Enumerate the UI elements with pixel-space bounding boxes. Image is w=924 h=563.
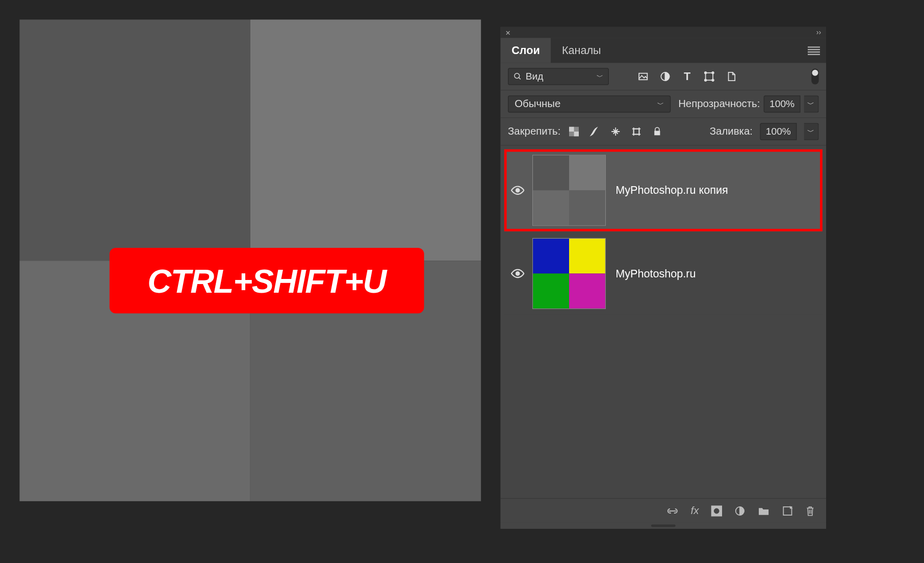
blend-mode-select[interactable]: Обычные ﹀ xyxy=(508,95,671,113)
blend-mode-value: Обычные xyxy=(515,98,560,110)
adjustment-filter-icon[interactable] xyxy=(659,70,671,83)
svg-point-18 xyxy=(516,272,520,275)
opacity-label: Непрозрачность: xyxy=(678,98,760,110)
image-filter-icon[interactable] xyxy=(637,70,649,83)
lock-all-icon[interactable] xyxy=(651,125,663,138)
layer-thumbnail[interactable] xyxy=(532,155,606,226)
thumb-tr xyxy=(569,239,605,273)
filter-type-icons: T xyxy=(637,70,737,83)
adjustment-icon[interactable] xyxy=(734,505,746,517)
svg-point-8 xyxy=(712,79,714,81)
svg-point-6 xyxy=(712,72,714,74)
svg-rect-12 xyxy=(634,129,639,135)
svg-point-5 xyxy=(705,72,707,74)
thumb-br xyxy=(569,273,605,308)
new-layer-icon[interactable] xyxy=(782,505,793,517)
shortcut-badge: CTRL+SHIFT+U xyxy=(110,248,424,313)
layer-name[interactable]: MyPhotoshop.ru копия xyxy=(615,184,728,197)
lock-artboard-icon[interactable] xyxy=(630,125,643,138)
close-icon[interactable]: × xyxy=(505,28,510,37)
tab-channels[interactable]: Каналы xyxy=(551,38,612,63)
filter-toggle-switch[interactable] xyxy=(811,68,818,84)
svg-rect-4 xyxy=(706,73,713,80)
fx-icon[interactable]: fx xyxy=(691,504,699,517)
panel-topbar: × ›› xyxy=(501,27,826,38)
canvas-area: CTRL+SHIFT+U xyxy=(0,0,501,522)
svg-point-0 xyxy=(515,73,520,79)
lock-label: Закрепить: xyxy=(508,125,560,138)
mask-icon[interactable] xyxy=(711,505,722,517)
thumb-tl xyxy=(533,239,569,273)
layer-filter-row: Вид ﹀ T xyxy=(501,63,826,91)
opacity-chevron[interactable]: ﹀ xyxy=(804,95,819,113)
search-icon xyxy=(514,72,522,81)
svg-point-17 xyxy=(516,189,520,192)
visibility-toggle[interactable] xyxy=(507,186,529,195)
smartobject-filter-icon[interactable] xyxy=(725,70,737,83)
blend-row: Обычные ﹀ Непрозрачность: 100% ﹀ xyxy=(501,91,826,118)
link-icon[interactable] xyxy=(666,506,679,515)
thumb-tr xyxy=(569,156,605,190)
fill-label: Заливка: xyxy=(710,125,753,138)
fill-value[interactable]: 100% xyxy=(760,123,797,140)
svg-line-1 xyxy=(519,78,521,80)
lock-icons xyxy=(568,125,663,138)
fill-chevron[interactable]: ﹀ xyxy=(804,123,819,140)
panel-tabs: Слои Каналы xyxy=(501,38,826,63)
filter-kind-select[interactable]: Вид ﹀ xyxy=(508,68,609,85)
lock-row: Закрепить: Заливка: 100% ﹀ xyxy=(501,118,826,146)
tab-layers[interactable]: Слои xyxy=(501,38,551,63)
canvas-quadrant-tr xyxy=(250,19,481,260)
trash-icon[interactable] xyxy=(805,504,815,517)
svg-rect-10 xyxy=(569,126,574,132)
layer-row[interactable]: MyPhotoshop.ru xyxy=(504,233,823,315)
app-root: CTRL+SHIFT+U × ›› Слои Каналы Вид xyxy=(0,0,924,522)
filter-kind-label: Вид xyxy=(526,71,544,82)
opacity-value[interactable]: 100% xyxy=(764,95,801,113)
group-icon[interactable] xyxy=(758,506,770,516)
visibility-toggle[interactable] xyxy=(507,269,529,278)
thumb-br xyxy=(569,190,605,225)
panel-menu-icon[interactable] xyxy=(808,46,820,55)
layers-list: MyPhotoshop.ru копия MyPhotoshop.ru xyxy=(501,146,826,498)
layer-name[interactable]: MyPhotoshop.ru xyxy=(615,267,696,280)
thumb-tl xyxy=(533,156,569,190)
thumb-bl xyxy=(533,190,569,225)
drag-handle[interactable] xyxy=(501,523,826,529)
canvas[interactable]: CTRL+SHIFT+U xyxy=(19,19,481,501)
svg-point-7 xyxy=(705,79,707,81)
lock-transparency-icon[interactable] xyxy=(568,125,580,138)
svg-rect-11 xyxy=(574,132,579,137)
svg-point-20 xyxy=(713,507,720,514)
layer-row[interactable]: MyPhotoshop.ru копия xyxy=(504,149,823,232)
chevron-down-icon: ﹀ xyxy=(597,72,603,81)
lock-pixels-icon[interactable] xyxy=(589,125,601,138)
shape-filter-icon[interactable] xyxy=(703,70,715,83)
type-filter-icon[interactable]: T xyxy=(681,70,694,83)
panel-footer: fx xyxy=(501,498,826,523)
chevron-down-icon: ﹀ xyxy=(657,99,664,109)
shortcut-text: CTRL+SHIFT+U xyxy=(147,262,386,299)
collapse-icon[interactable]: ›› xyxy=(816,28,822,37)
lock-position-icon[interactable] xyxy=(609,125,622,138)
layer-thumbnail[interactable] xyxy=(532,238,606,309)
canvas-quadrant-tl xyxy=(19,19,250,260)
thumb-bl xyxy=(533,273,569,308)
layers-panel: × ›› Слои Каналы Вид ﹀ xyxy=(501,27,826,529)
